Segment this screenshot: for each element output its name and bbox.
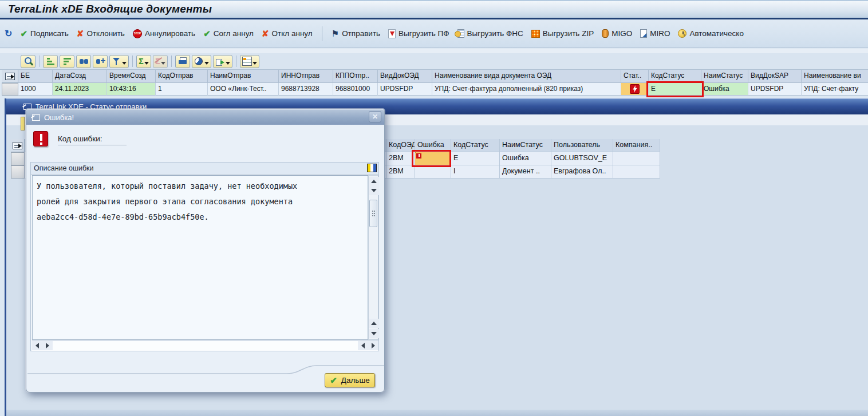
scrollbar-thumb[interactable]: [369, 200, 377, 227]
cell-oed-code[interactable]: 2BM: [386, 152, 415, 165]
scroll-down-button[interactable]: [369, 186, 379, 195]
arrow-right-icon: [372, 343, 375, 348]
column-header[interactable]: Ошибка: [415, 139, 451, 152]
cell-user[interactable]: Евграфова Ол..: [551, 165, 613, 179]
row-select-button[interactable]: [11, 152, 25, 165]
scroll-up-button[interactable]: [369, 177, 379, 186]
cell-sender-name[interactable]: ООО «Линк-Тест..: [208, 83, 279, 96]
scroll-right-button[interactable]: [368, 341, 378, 350]
column-header[interactable]: КодОЭД: [386, 139, 415, 152]
export-pdf-button[interactable]: Выгрузить ПФ: [388, 29, 449, 38]
cell-doc-type-oed[interactable]: UPDSFDP: [378, 83, 432, 96]
column-header[interactable]: КодОтправ: [156, 70, 208, 83]
views-button[interactable]: [192, 55, 211, 68]
error-dialog-titlebar[interactable]: Ошибка!: [26, 109, 384, 125]
column-header[interactable]: ВидДокSAP: [748, 70, 802, 83]
column-header[interactable]: БЕ: [18, 70, 53, 83]
cell-company[interactable]: [613, 152, 660, 165]
cell-user[interactable]: GOLUBTSOV_E: [551, 152, 613, 165]
column-header[interactable]: Стат..: [621, 70, 649, 83]
partial-toolbar-button[interactable]: [21, 117, 25, 130]
column-header[interactable]: ВремяСозд: [107, 70, 156, 83]
error-lightning-icon: [630, 84, 640, 94]
column-header[interactable]: КодСтатус: [649, 70, 701, 83]
cell-company[interactable]: [613, 165, 660, 179]
column-header[interactable]: НаимСтатус: [701, 70, 748, 83]
cell-status-name[interactable]: Ошибка: [500, 152, 551, 165]
filter-button[interactable]: [109, 55, 129, 68]
print-button[interactable]: [175, 55, 190, 68]
row-select-button[interactable]: [2, 83, 18, 96]
cell-status-name[interactable]: Ошибка: [701, 83, 748, 96]
find-button[interactable]: [76, 55, 91, 68]
cell-sender-kpp[interactable]: 968801000: [333, 83, 378, 96]
cell-sender-inn[interactable]: 9688713928: [279, 83, 333, 96]
migo-button[interactable]: MIGO: [602, 29, 632, 38]
scroll-left-button[interactable]: [32, 341, 42, 350]
cell-status-code[interactable]: E: [451, 152, 500, 165]
column-header[interactable]: КППОтпр..: [333, 70, 378, 83]
select-all-button[interactable]: [2, 70, 18, 83]
sort-ascending-button[interactable]: [43, 55, 58, 68]
cell-error-flag[interactable]: [415, 165, 451, 179]
cell-sender-code[interactable]: 1: [156, 83, 208, 96]
sum-button[interactable]: Σ: [136, 55, 151, 68]
auto-button[interactable]: Автоматическо: [678, 29, 744, 38]
horizontal-scrollbar[interactable]: [32, 340, 378, 351]
export-fns-button[interactable]: Выгрузить ФНС: [457, 29, 523, 38]
find-next-button[interactable]: [93, 55, 108, 68]
send-button[interactable]: ⚑ Отправить: [332, 29, 380, 39]
scroll-left-button[interactable]: [358, 341, 368, 350]
layout-button[interactable]: [240, 55, 259, 68]
scroll-up-button[interactable]: [369, 319, 379, 328]
export-zip-button[interactable]: Выгрузить ZIP: [531, 29, 594, 38]
column-header[interactable]: ДатаСозд: [53, 70, 107, 83]
cell-status-name[interactable]: Документ ..: [500, 165, 551, 179]
sign-button[interactable]: ✔ Подписать: [20, 29, 68, 39]
detail-button[interactable]: [21, 55, 35, 68]
cell-time-created[interactable]: 10:43:16: [107, 83, 156, 96]
column-header[interactable]: ВидДокОЭД: [378, 70, 432, 83]
column-header[interactable]: ИННОтправ: [279, 70, 333, 83]
row-select-button[interactable]: [11, 165, 25, 179]
decline-button[interactable]: ✘ Отклонить: [77, 29, 125, 39]
refresh-button[interactable]: ↻: [5, 28, 12, 39]
grid-toolbar: Σ Σ: [0, 53, 868, 70]
cell-status-code[interactable]: E: [649, 83, 701, 96]
column-header[interactable]: Наименование вида документа ОЭД: [432, 70, 621, 83]
cell-doc-type-sap-name[interactable]: УПД: Счет-факту: [802, 83, 868, 96]
column-header[interactable]: КодСтатус: [451, 139, 500, 152]
cell-status-code[interactable]: I: [451, 165, 500, 179]
column-header[interactable]: Пользователь: [551, 139, 613, 152]
error-code-label: Код ошибки:: [58, 134, 102, 143]
select-all-button[interactable]: [11, 139, 25, 152]
arrow-up-icon: [371, 180, 377, 183]
sort-descending-button[interactable]: [60, 55, 74, 68]
cell-oed-code[interactable]: 2BM: [386, 165, 415, 179]
vertical-scrollbar[interactable]: [368, 175, 378, 340]
decline-annul-button[interactable]: ✘ Откл аннул: [262, 29, 313, 39]
scroll-right-button[interactable]: [42, 341, 53, 350]
scrollbar-track[interactable]: [53, 341, 358, 351]
close-button[interactable]: ✕: [369, 111, 381, 122]
column-header[interactable]: Компания..: [613, 139, 660, 152]
cell-error-flag[interactable]: [415, 152, 451, 165]
next-button[interactable]: ✔ Дальше: [325, 373, 375, 387]
cell-doc-type-sap[interactable]: UPDSFDP: [748, 83, 802, 96]
column-header[interactable]: Наименование ви: [802, 70, 868, 83]
cell-date-created[interactable]: 24.11.2023: [53, 83, 107, 96]
table-header-row: БЕ ДатаСозд ВремяСозд КодОтправ НаимОтпр…: [2, 70, 868, 83]
cell-status-icon[interactable]: [621, 83, 649, 96]
table-view-icon[interactable]: [367, 164, 377, 172]
cell-doc-type-name[interactable]: УПД: Счет-фактура дополненный (820 прика…: [432, 83, 621, 96]
column-header[interactable]: НаимСтатус: [500, 139, 551, 152]
annul-button[interactable]: STOP Аннулировать: [133, 29, 195, 38]
miro-button[interactable]: MIRO: [640, 29, 670, 38]
approve-annul-button[interactable]: ✔ Согл аннул: [203, 29, 254, 39]
column-header[interactable]: НаимОтправ: [208, 70, 279, 83]
scroll-down-button[interactable]: [369, 329, 379, 338]
export-button[interactable]: [213, 55, 232, 68]
error-description-textarea[interactable]: У пользователя, который поставил задачу,…: [32, 175, 368, 340]
error-code-field[interactable]: [58, 145, 127, 145]
cell-be[interactable]: 1000: [18, 83, 53, 96]
